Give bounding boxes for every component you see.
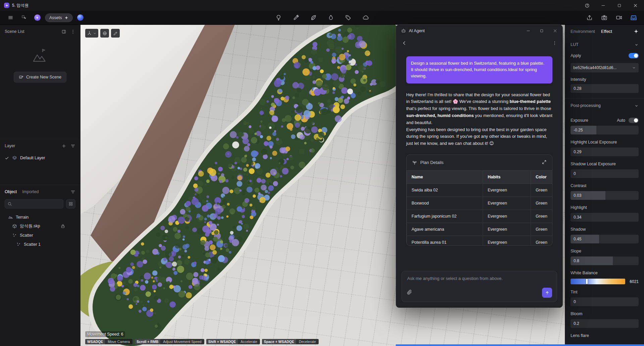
shortcut-keys: Shift + WSADQE — [206, 339, 238, 344]
object-tree: Terrain암석원.skpScatterScatter 1 — [0, 212, 80, 249]
white-balance-slider[interactable] — [571, 279, 625, 284]
plan-table-row[interactable]: Swida alba 02EvergreenGreen — [407, 183, 552, 196]
shadow-input[interactable]: 0.45 — [571, 235, 639, 243]
lut-section-header[interactable]: LUT — [571, 38, 639, 52]
plan-table-cell: Agave americana — [407, 223, 483, 236]
ai-minimize-button[interactable] — [523, 26, 534, 36]
panel-layout-icon[interactable] — [61, 29, 66, 34]
slope-input[interactable]: 0.8 — [571, 256, 639, 265]
cloud-tool-button[interactable] — [360, 12, 371, 23]
maximize-button[interactable] — [612, 0, 626, 10]
vegetation-button[interactable] — [308, 12, 319, 23]
tint-input[interactable]: 0 — [571, 297, 639, 306]
object-tree-item-terrain[interactable]: Terrain — [0, 213, 80, 222]
plan-table-cell: Potentilla aurea 01 — [407, 236, 483, 246]
highlight-input[interactable]: 0.34 — [571, 213, 639, 222]
screenshot-button[interactable] — [598, 12, 610, 23]
ai-close-button[interactable] — [550, 26, 560, 36]
plan-table-row[interactable]: BoxwoodEvergreenGreen — [407, 196, 552, 210]
send-button[interactable] — [542, 288, 552, 298]
export-button[interactable] — [584, 12, 595, 23]
lut-preset-dropdown[interactable]: be52fe6ca440f2d81d6... — [571, 63, 639, 72]
back-button[interactable] — [401, 40, 407, 47]
tab-effect[interactable]: Effect — [601, 29, 612, 34]
image-plus-icon — [19, 75, 23, 79]
plan-table-row[interactable]: Farfugium japonicum 02EvergreenGreen — [407, 210, 552, 223]
view-gizmo-button[interactable] — [85, 29, 98, 38]
tab-object[interactable]: Object — [5, 189, 17, 194]
effects-sparkle-icon[interactable] — [634, 29, 639, 34]
shortcut-chip: Scroll + RMBAdjust Movement Speed — [135, 339, 204, 344]
expand-table-button[interactable] — [542, 160, 547, 166]
plan-table-cell: Evergreen — [483, 183, 531, 196]
object-tree-item-scatter-1[interactable]: Scatter 1 — [0, 240, 80, 249]
minimize-button[interactable] — [596, 0, 610, 10]
viewport-controls — [85, 29, 120, 38]
bloom-input[interactable]: 0.2 — [571, 319, 639, 328]
plan-table-row[interactable]: Agave americanaEvergreenGreen — [407, 223, 552, 236]
shortcut-keys: WSADQE — [85, 339, 105, 344]
layer-panel-title: Layer — [5, 143, 15, 148]
object-tree-item-scatter[interactable]: Scatter — [0, 231, 80, 240]
shadow-local-exposure-input[interactable]: 0 — [571, 169, 639, 178]
white-balance-handle[interactable] — [586, 279, 588, 284]
lut-title: LUT — [571, 42, 579, 47]
assets-button[interactable]: Assets — [45, 13, 73, 22]
lightbulb-icon — [275, 14, 282, 21]
help-button[interactable] — [580, 0, 594, 10]
menu-button[interactable] — [5, 12, 16, 23]
measure-tool-button[interactable] — [111, 29, 120, 38]
tab-imported[interactable]: Imported — [22, 189, 39, 194]
table-column-header: Color — [531, 170, 552, 183]
auto-exposure-toggle[interactable] — [629, 118, 639, 123]
filter-icon[interactable] — [70, 143, 75, 149]
visibility-check-icon[interactable] — [5, 156, 9, 160]
chat-scroll-area[interactable]: Design a seasonal flower bed in Switzerl… — [396, 50, 562, 268]
globe-icon — [102, 31, 107, 36]
effect-field-white-balance: White Balance6021 — [571, 270, 639, 284]
chat-input[interactable]: Ask me anything or select a question fro… — [401, 271, 557, 302]
globe-view-button[interactable] — [100, 29, 109, 38]
ai-agent-titlebar[interactable]: AI Agent — [396, 25, 562, 37]
object-search-input[interactable] — [5, 201, 63, 206]
attach-file-button[interactable] — [407, 289, 412, 296]
render-queue-button[interactable] — [628, 12, 639, 23]
view-mode-grid-button[interactable] — [66, 199, 75, 209]
highlight-local-exposure-input[interactable]: 0.29 — [571, 148, 639, 156]
object-label: Scatter 1 — [24, 242, 41, 247]
tools-button[interactable] — [290, 12, 302, 23]
water-tool-button[interactable] — [325, 12, 336, 23]
lock-icon[interactable] — [60, 224, 65, 229]
chevron-down-icon — [632, 66, 636, 70]
apply-toggle[interactable] — [629, 53, 639, 58]
ai-maximize-button[interactable] — [536, 26, 547, 36]
material-sphere-button[interactable] — [75, 12, 86, 23]
exposure-input[interactable]: -0.25 — [571, 126, 639, 134]
asset-library-button[interactable] — [32, 12, 43, 23]
add-layer-icon[interactable] — [61, 143, 66, 149]
object-filter-icon[interactable] — [70, 189, 75, 194]
select-tool-button[interactable] — [18, 12, 30, 23]
kebab-menu-icon[interactable] — [70, 29, 75, 34]
tag-tool-button[interactable] — [342, 12, 354, 23]
layer-row-default[interactable]: Default Layer — [0, 153, 80, 163]
light-tool-button[interactable] — [273, 12, 284, 23]
post-processing-header[interactable]: Post-processing — [571, 99, 639, 113]
create-new-scene-button[interactable]: Create New Scene — [14, 72, 66, 82]
plan-table-row[interactable]: Potentilla aurea 01EvergreenGreen — [407, 236, 552, 246]
intensity-label: Intensity — [571, 77, 639, 82]
object-tree-item--skp[interactable]: 암석원.skp — [0, 222, 80, 231]
shortcut-action: Decelerate — [296, 339, 319, 344]
contrast-input[interactable]: 0.03 — [571, 191, 639, 200]
shortcut-action: Accelerate — [238, 339, 260, 344]
close-button[interactable] — [629, 0, 642, 10]
tab-environment[interactable]: Environment — [571, 29, 595, 34]
record-video-button[interactable] — [613, 12, 625, 23]
ai-menu-button[interactable] — [552, 41, 557, 47]
shortcut-action: Move Camera — [105, 339, 132, 344]
tag-icon — [345, 14, 352, 21]
lut-intensity-input[interactable]: 0.28 — [571, 84, 639, 93]
field-label: Slope — [571, 249, 581, 253]
maximize-icon — [617, 3, 622, 8]
chevron-down-icon — [93, 32, 97, 35]
